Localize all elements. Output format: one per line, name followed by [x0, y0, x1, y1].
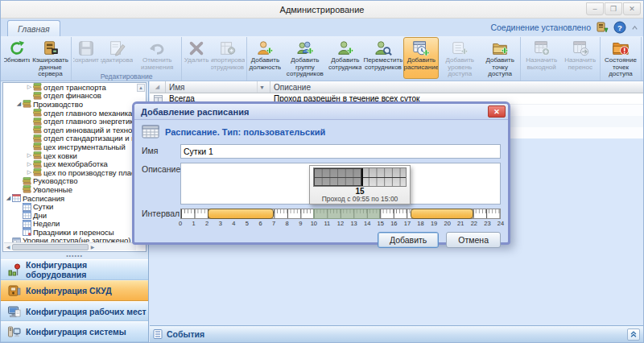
ruler-hour-label: 17: [404, 220, 411, 227]
tree-item-0[interactable]: ▷отдел транспорта: [3, 83, 146, 92]
ribbon-button-add-access-point[interactable]: Добавить точку доступа: [481, 37, 518, 79]
dialog-subtitle: Расписание. Тип: пользовательский: [165, 127, 325, 137]
tree-item-label: отдел инноваций и технологий: [43, 126, 147, 134]
tree-item-3[interactable]: отдел главного механика: [3, 109, 146, 118]
tree-item-12[interactable]: Уволенные: [3, 185, 146, 194]
events-expand-button[interactable]: [627, 329, 640, 341]
tree-collapsed-arrow-icon[interactable]: ▷: [26, 168, 33, 176]
add-position-icon: [256, 39, 274, 57]
ribbon-button-add-access-level: Добавить уровень доступа: [439, 37, 481, 79]
ruler-hour-label: 24: [497, 220, 504, 227]
interval-segment-preview[interactable]: [313, 209, 381, 219]
tree-item-10[interactable]: ▷цех по производству пластика: [3, 168, 146, 177]
refresh-icon: [8, 39, 26, 57]
tab-glavnaya[interactable]: Главная: [7, 20, 60, 36]
nav-item-system-config[interactable]: Конфигурация системы: [1, 321, 148, 342]
tree-item-7[interactable]: цех инструментальный: [3, 143, 146, 151]
minimize-button[interactable]: –: [586, 2, 604, 15]
ribbon-group-1: СохранитьРедактироватьОтменить изменения…: [72, 37, 182, 81]
tree-scroll-right[interactable]: ▶: [89, 243, 97, 251]
tree-item-8[interactable]: ▷цех ковки: [3, 151, 146, 160]
column-header-name[interactable]: Имя ▼: [166, 81, 270, 93]
chevron-up-icon[interactable]: [631, 24, 638, 31]
workstations-config-icon: [7, 305, 21, 318]
add-access-level-icon: [451, 39, 469, 57]
column-filter-icon[interactable]: ▼: [257, 81, 266, 93]
window-controls: – ❐ ✕: [586, 2, 641, 15]
ribbon-group-5: Состояние точек доступа: [601, 37, 642, 81]
tree-item-2[interactable]: ◢Производство: [3, 100, 146, 109]
tree-hscroll-thumb[interactable]: [12, 244, 89, 250]
ribbon-button-add-schedule[interactable]: Добавить расписание: [403, 37, 439, 79]
ribbon-button-add-position[interactable]: Добавить должность: [248, 37, 282, 79]
assign-transfer-icon: [572, 39, 589, 57]
close-button[interactable]: ✕: [623, 2, 641, 15]
interval-segment-active[interactable]: [208, 209, 275, 219]
tree-expanded-arrow-icon[interactable]: ◢: [5, 194, 12, 202]
import-employees-icon: [219, 39, 237, 57]
interval-ruler-band[interactable]: [180, 209, 501, 219]
ribbon-group-label: Библиотека элементов: [248, 79, 518, 81]
tree-item-label: Производство: [33, 100, 83, 109]
tree-item-1[interactable]: отдел финансов: [3, 92, 146, 101]
events-bar[interactable]: События: [150, 325, 643, 342]
tree-item-11[interactable]: Руководство: [3, 177, 146, 186]
tree-collapsed-arrow-icon[interactable]: ▷: [26, 151, 33, 159]
tree-collapsed-arrow-icon[interactable]: ▷: [26, 160, 33, 168]
dialog-close-button[interactable]: ✕: [488, 105, 506, 118]
tree-scroll-left[interactable]: ◀: [4, 243, 12, 251]
department-icon: [33, 143, 42, 151]
ruler-hour-label: 19: [431, 220, 437, 227]
cancel-button[interactable]: Отмена: [446, 232, 501, 248]
tree-item-13[interactable]: ◢Расписания: [3, 194, 146, 203]
ruler-hour-label: 0: [179, 220, 182, 227]
name-input[interactable]: [180, 144, 501, 159]
acs-config-icon: [7, 284, 21, 297]
add-access-point-icon: [491, 39, 509, 57]
name-field-label: Имя: [142, 144, 180, 159]
ribbon-button-label: Добавить должность: [250, 57, 282, 71]
tree-item-9[interactable]: ▷цех мехобработка: [3, 159, 146, 168]
tree-collapsed-arrow-icon[interactable]: ▷: [26, 83, 33, 91]
tree-expanded-arrow-icon[interactable]: ◢: [15, 100, 23, 108]
dialog-titlebar[interactable]: Добавление расписания ✕: [134, 104, 508, 120]
ribbon-button-move-employees[interactable]: Переместить сотрудников: [362, 37, 403, 79]
tree-item-15[interactable]: Дни: [3, 211, 146, 220]
tree-item-14[interactable]: Сутки: [3, 202, 146, 211]
magnifier-ruler: [313, 167, 407, 187]
column-header-description[interactable]: Описание: [270, 81, 643, 93]
ribbon-button-label: Переместить сотрудников: [363, 57, 402, 71]
connection-status-text: Соединение установлено: [490, 23, 591, 32]
maximize-button[interactable]: ❐: [605, 2, 622, 15]
ribbon-button-refresh[interactable]: Обновить: [3, 37, 31, 79]
ribbon-button-delete: Удалить: [183, 37, 210, 72]
tree-item-4[interactable]: отдел главного энергетика: [3, 117, 146, 126]
ribbon-button-add-group[interactable]: Добавить группу сотрудников: [282, 37, 328, 79]
tree-item-17[interactable]: Праздники и переносы: [3, 228, 146, 237]
nav-splitter-handle[interactable]: ••••••: [1, 253, 148, 259]
department-icon: [23, 177, 31, 185]
holidays-icon: [23, 228, 31, 236]
add-button[interactable]: Добавить: [378, 232, 439, 248]
ribbon-group-0: ОбновитьКэшировать данные сервераОбщие: [2, 37, 72, 81]
table-corner-cell: ◢: [150, 81, 166, 93]
tree-item-6[interactable]: отдел стандартизации и качества: [3, 134, 146, 143]
interval-ruler[interactable]: 0123456789101112131415161718192021222324: [180, 209, 501, 227]
tree-item-label: отдел транспорта: [43, 83, 106, 92]
nav-item-acs-config[interactable]: Конфигурация СКУД: [1, 280, 148, 301]
tree-hscrollbar[interactable]: ◀ ▶: [4, 242, 136, 250]
ribbon-button-add-employee[interactable]: Добавить сотрудника: [328, 37, 362, 79]
help-icon[interactable]: ?: [613, 21, 626, 34]
nav-item-workstations-config[interactable]: Конфигурация рабочих мест: [1, 301, 148, 322]
ribbon-button-access-points-state[interactable]: Состояние точек доступа: [601, 37, 640, 79]
department-icon: [23, 185, 31, 193]
tree-item-5[interactable]: отдел инноваций и технологий: [3, 126, 146, 134]
ribbon-button-server-cache[interactable]: Кэшировать данные сервера: [31, 37, 70, 79]
nav-item-equipment-config[interactable]: Конфигурация оборудования: [1, 259, 148, 280]
tree-item-16[interactable]: Недели: [3, 220, 146, 229]
department-icon: [33, 83, 42, 91]
ribbon-group-buttons: УдалитьИмпортировать сотрудников ▾: [183, 37, 246, 72]
tree-scroll-up[interactable]: ▲: [137, 84, 145, 92]
ruler-hour-label: 5: [246, 220, 249, 227]
interval-segment-active[interactable]: [411, 209, 473, 219]
